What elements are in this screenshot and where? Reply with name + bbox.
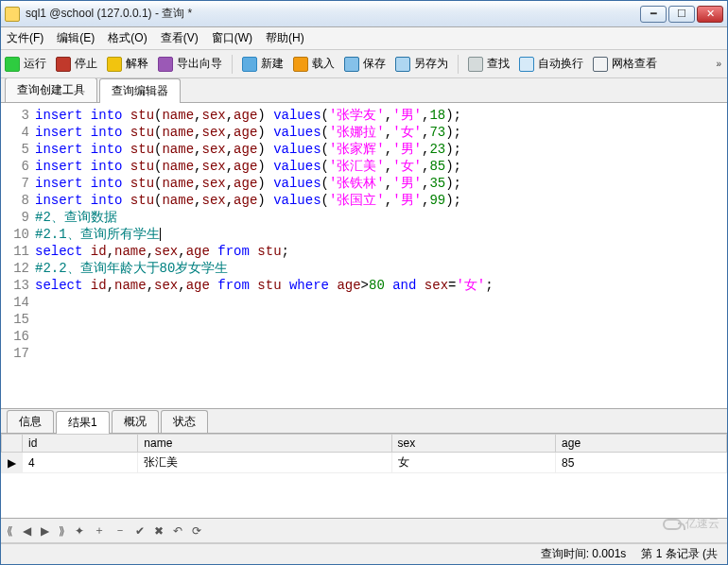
title-bar[interactable]: sql1 @school (127.0.0.1) - 查询 * ━ ☐ ✕ — [1, 1, 727, 27]
find-icon — [468, 57, 483, 72]
tab-status[interactable]: 状态 — [161, 410, 208, 433]
grid-icon — [593, 57, 608, 72]
menu-bar: 文件(F) 编辑(E) 格式(O) 查看(V) 窗口(W) 帮助(H) — [1, 27, 727, 50]
minimize-button[interactable]: ━ — [640, 6, 667, 23]
col-name[interactable]: name — [138, 435, 391, 453]
nav-button[interactable]: ▶ — [41, 524, 49, 538]
editor-tabs: 查询创建工具 查询编辑器 — [1, 78, 727, 103]
explain-button[interactable]: 解释 — [107, 56, 148, 72]
saveas-icon — [395, 57, 410, 72]
grid-view-button[interactable]: 网格查看 — [593, 56, 657, 72]
stop-icon — [56, 57, 71, 72]
result-grid-area[interactable]: idnamesexage ▶4张汇美女85 — [1, 434, 727, 519]
save-icon — [344, 57, 359, 72]
menu-view[interactable]: 查看(V) — [161, 30, 199, 46]
menu-file[interactable]: 文件(F) — [7, 30, 43, 46]
watermark-icon — [663, 519, 682, 530]
nav-button[interactable]: ＋ — [94, 522, 105, 539]
row-indicator: ▶ — [2, 453, 23, 473]
table-row[interactable]: ▶4张汇美女85 — [2, 453, 727, 473]
wrap-button[interactable]: 自动换行 — [519, 56, 583, 72]
sql-editor[interactable]: 34567891011121314151617 insert into stu(… — [1, 103, 727, 409]
record-count: 第 1 条记录 (共 — [641, 546, 718, 562]
maximize-button[interactable]: ☐ — [668, 6, 695, 23]
export-wizard-button[interactable]: 导出向导 — [158, 56, 222, 72]
save-button[interactable]: 保存 — [344, 56, 386, 72]
new-icon — [242, 57, 257, 72]
toolbar-overflow[interactable]: » — [716, 59, 721, 69]
tab-query-editor[interactable]: 查询编辑器 — [99, 78, 181, 103]
result-grid[interactable]: idnamesexage ▶4张汇美女85 — [1, 434, 727, 473]
app-window: sql1 @school (127.0.0.1) - 查询 * ━ ☐ ✕ 文件… — [0, 0, 728, 565]
window-controls: ━ ☐ ✕ — [640, 6, 723, 23]
wizard-icon — [158, 57, 173, 72]
tab-profile[interactable]: 概况 — [112, 410, 159, 433]
tab-info[interactable]: 信息 — [7, 410, 54, 433]
record-nav-bar: ⟪◀▶⟫✦＋－✔✖↶⟳ — [1, 519, 727, 543]
col-sex[interactable]: sex — [391, 435, 556, 453]
watermark: 亿速云 — [663, 516, 719, 532]
result-header-row: idnamesexage — [2, 435, 727, 453]
explain-icon — [107, 57, 122, 72]
stop-button[interactable]: 停止 — [56, 56, 97, 72]
nav-button[interactable]: ◀ — [23, 524, 31, 538]
col-age[interactable]: age — [556, 435, 727, 453]
nav-button[interactable]: － — [114, 522, 126, 539]
app-icon — [5, 7, 20, 22]
nav-button[interactable]: ✖ — [154, 524, 164, 538]
result-tabs: 信息 结果1 概况 状态 — [1, 409, 727, 434]
nav-button[interactable]: ⟪ — [7, 524, 13, 538]
line-gutter: 34567891011121314151617 — [1, 103, 35, 408]
menu-edit[interactable]: 编辑(E) — [57, 30, 95, 46]
col-id[interactable]: id — [23, 435, 138, 453]
toolbar: 运行 停止 解释 导出向导 新建 载入 保存 另存为 查找 自动换行 网格查看 … — [1, 50, 727, 78]
menu-window[interactable]: 窗口(W) — [212, 30, 252, 46]
nav-button[interactable]: ↶ — [173, 524, 182, 538]
watermark-text: 亿速云 — [685, 516, 719, 532]
tab-query-builder[interactable]: 查询创建工具 — [5, 77, 97, 102]
menu-format[interactable]: 格式(O) — [108, 30, 147, 46]
tab-result1[interactable]: 结果1 — [56, 411, 110, 434]
status-bar: 查询时间: 0.001s 第 1 条记录 (共 — [1, 543, 727, 564]
menu-help[interactable]: 帮助(H) — [266, 30, 304, 46]
run-icon — [5, 57, 20, 72]
nav-button[interactable]: ⟳ — [192, 524, 201, 538]
nav-button[interactable]: ✔ — [135, 524, 145, 538]
nav-button[interactable]: ⟫ — [59, 524, 65, 538]
new-button[interactable]: 新建 — [242, 56, 284, 72]
code-area[interactable]: insert into stu(name,sex,age) values('张学… — [35, 103, 727, 408]
find-button[interactable]: 查找 — [468, 56, 510, 72]
window-title: sql1 @school (127.0.0.1) - 查询 * — [26, 6, 640, 22]
load-icon — [293, 57, 308, 72]
run-button[interactable]: 运行 — [5, 56, 46, 72]
nav-button[interactable]: ✦ — [75, 524, 84, 538]
query-time: 查询时间: 0.001s — [541, 546, 627, 562]
separator — [458, 55, 459, 74]
close-button[interactable]: ✕ — [697, 6, 723, 23]
separator — [232, 55, 233, 74]
wrap-icon — [519, 57, 534, 72]
load-button[interactable]: 载入 — [293, 56, 335, 72]
saveas-button[interactable]: 另存为 — [395, 56, 448, 72]
